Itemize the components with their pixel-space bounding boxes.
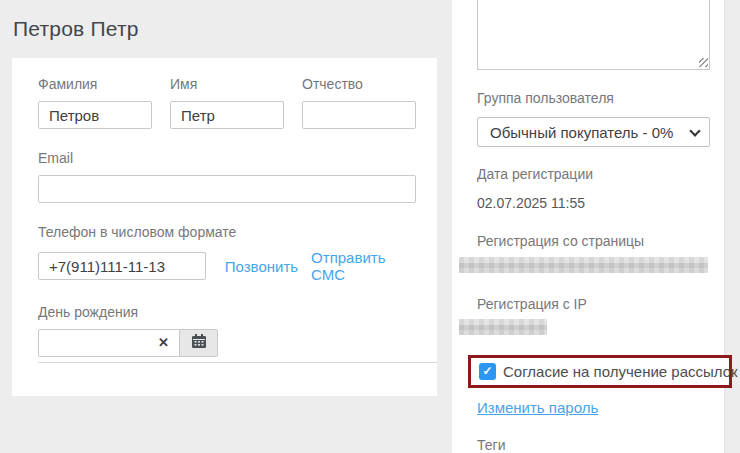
call-link[interactable]: Позвонить <box>225 258 298 275</box>
user-form-card: Фамилия Имя Отчество Email Телефон в чис… <box>12 58 437 396</box>
calendar-button[interactable] <box>180 329 218 357</box>
comment-field-wrap <box>477 0 710 70</box>
first-name-input[interactable] <box>170 101 284 129</box>
email-input[interactable] <box>38 175 416 203</box>
comment-textarea[interactable] <box>477 0 710 70</box>
tags-label: Теги <box>477 437 505 453</box>
phone-label: Телефон в числовом формате <box>38 224 416 240</box>
registration-ip-value-redacted <box>459 319 547 335</box>
first-name-label: Имя <box>170 76 284 92</box>
newsletter-consent-highlight-box: ✓ Согласие на получение рассылок <box>468 355 732 388</box>
details-panel: Группа пользователя Обычный покупатель -… <box>452 0 725 453</box>
birthday-label: День рождения <box>38 304 416 320</box>
registration-page-label: Регистрация со страницы <box>477 233 644 249</box>
registration-date-value: 02.07.2025 11:55 <box>477 195 585 211</box>
check-icon: ✓ <box>482 363 492 380</box>
page-title: Петров Петр <box>13 17 139 41</box>
registration-page-value-redacted <box>459 257 708 273</box>
middle-name-input[interactable] <box>302 101 416 129</box>
user-group-label: Группа пользователя <box>477 90 614 106</box>
change-password-link[interactable]: Изменить пароль <box>477 399 598 416</box>
last-name-label: Фамилия <box>38 76 152 92</box>
middle-name-label: Отчество <box>302 76 416 92</box>
newsletter-consent-checkbox[interactable]: ✓ <box>479 363 496 380</box>
registration-date-label: Дата регистрации <box>477 166 593 182</box>
newsletter-consent-label: Согласие на получение рассылок <box>503 363 738 380</box>
registration-ip-label: Регистрация с IP <box>477 296 587 312</box>
calendar-icon <box>191 333 207 353</box>
send-sms-link[interactable]: Отправить СМС <box>311 249 416 283</box>
card-divider <box>38 362 437 363</box>
clear-date-icon[interactable]: ✕ <box>158 336 169 350</box>
user-group-select[interactable]: Обычный покупатель - 0% <box>477 117 710 147</box>
email-label: Email <box>38 150 416 166</box>
last-name-input[interactable] <box>38 101 152 129</box>
phone-input[interactable] <box>38 252 206 280</box>
